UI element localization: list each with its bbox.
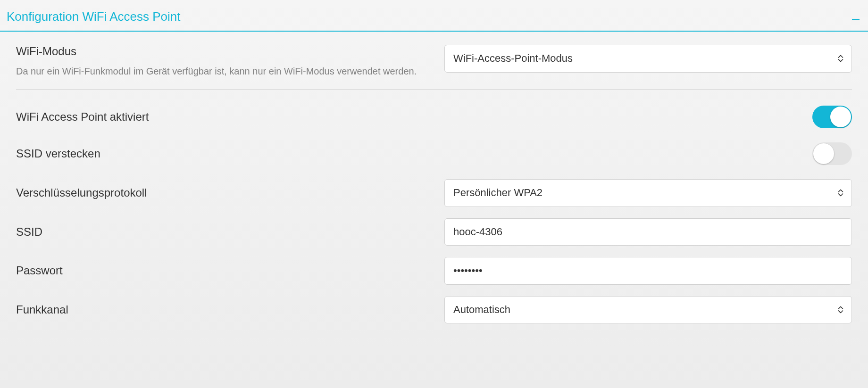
ssid-label: SSID bbox=[16, 225, 435, 239]
wifi-mode-select[interactable]: WiFi-Access-Point-Modus bbox=[444, 45, 852, 73]
section-title: Konfiguration WiFi Access Point bbox=[7, 9, 181, 24]
row-ssid: SSID bbox=[16, 218, 852, 246]
toggle-knob bbox=[830, 107, 851, 127]
section-content: WiFi-Modus Da nur ein WiFi-Funkmodul im … bbox=[0, 32, 868, 323]
row-ap-enabled: WiFi Access Point aktiviert bbox=[16, 106, 852, 128]
row-wifi-mode: WiFi-Modus Da nur ein WiFi-Funkmodul im … bbox=[16, 45, 852, 78]
minus-icon[interactable] bbox=[850, 12, 861, 22]
row-hide-ssid: SSID verstecken bbox=[16, 142, 852, 165]
section-header: Konfiguration WiFi Access Point bbox=[0, 0, 868, 32]
password-label: Passwort bbox=[16, 264, 435, 277]
encryption-select[interactable]: Persönlicher WPA2 bbox=[444, 179, 852, 207]
channel-select-value: Automatisch bbox=[444, 296, 852, 324]
toggle-knob bbox=[813, 143, 834, 164]
encryption-select-value: Persönlicher WPA2 bbox=[444, 179, 852, 207]
row-password: Passwort bbox=[16, 257, 852, 285]
row-channel: Funkkanal Automatisch bbox=[16, 296, 852, 324]
wifi-mode-desc: Da nur ein WiFi-Funkmodul im Gerät verfü… bbox=[16, 65, 435, 78]
hide-ssid-toggle[interactable] bbox=[812, 142, 852, 165]
wifi-mode-select-value: WiFi-Access-Point-Modus bbox=[444, 45, 852, 73]
channel-select[interactable]: Automatisch bbox=[444, 296, 852, 324]
ap-enabled-label: WiFi Access Point aktiviert bbox=[16, 110, 149, 124]
row-encryption: Verschlüsselungsprotokoll Persönlicher W… bbox=[16, 179, 852, 207]
ssid-input[interactable] bbox=[444, 218, 852, 246]
wifi-mode-label: WiFi-Modus bbox=[16, 45, 435, 58]
divider bbox=[16, 89, 852, 90]
hide-ssid-label: SSID verstecken bbox=[16, 147, 100, 160]
password-input[interactable] bbox=[444, 257, 852, 285]
encryption-label: Verschlüsselungsprotokoll bbox=[16, 186, 435, 199]
ap-enabled-toggle[interactable] bbox=[812, 106, 852, 128]
svg-rect-0 bbox=[852, 19, 860, 20]
channel-label: Funkkanal bbox=[16, 303, 435, 316]
